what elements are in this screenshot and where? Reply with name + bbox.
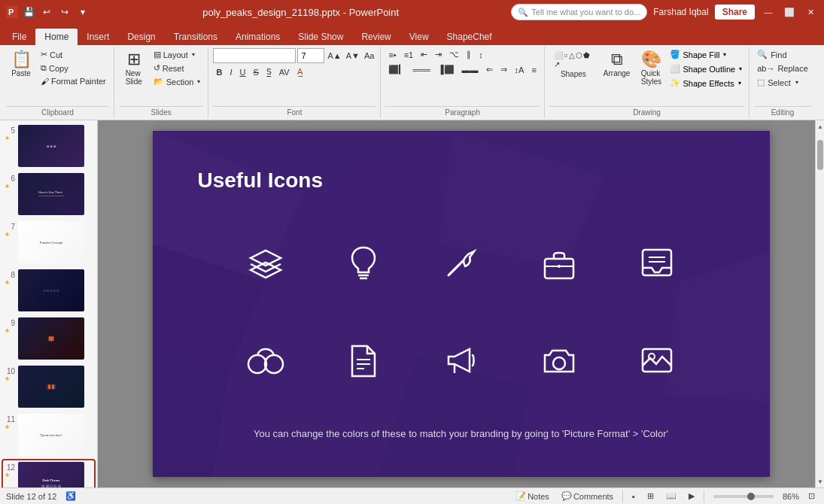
section-button[interactable]: 📂 Section ▾ [151, 75, 204, 88]
justify-button[interactable]: ▬▬ [459, 64, 482, 76]
cut-button[interactable]: ✂ Cut [38, 48, 109, 61]
quick-styles-button[interactable]: 🎨 QuickStyles [636, 48, 666, 89]
save-button[interactable]: 💾 [21, 5, 36, 20]
slide-number-8: 8 [5, 271, 15, 279]
scroll-up-button[interactable]: ▲ [816, 120, 824, 132]
increase-font-button[interactable]: A▲ [326, 51, 342, 60]
font-color-button[interactable]: A̲ [294, 65, 306, 78]
align-center-button[interactable]: ═══ [409, 64, 433, 76]
tab-home[interactable]: Home [35, 29, 78, 45]
slide-thumb-8[interactable]: 8 ★ ○ ○ ○ ○ ○ [3, 268, 94, 313]
numbering-button[interactable]: ≡1 [401, 49, 417, 61]
clipboard-col: ✂ Cut ⧉ Copy 🖌 Format Painter [38, 48, 109, 87]
fit-slide-button[interactable]: ⊡ [805, 491, 818, 501]
close-button[interactable]: ✕ [803, 5, 818, 20]
share-button[interactable]: Share [715, 5, 755, 20]
vertical-scrollbar[interactable]: ▲ ▼ [815, 120, 824, 487]
slide-canvas[interactable]: Useful Icons [153, 131, 770, 477]
font-size-input[interactable]: 7 [297, 48, 324, 63]
tab-file[interactable]: File [3, 29, 35, 45]
reset-button[interactable]: ↺ Reset [151, 62, 204, 74]
reading-view-button[interactable]: 📖 [663, 491, 680, 501]
slide-thumb-12[interactable]: 12 ★ Dark Theme ⊞ ⊠ ⊡ ⊟ ⊞ [3, 460, 94, 487]
bullets-button[interactable]: ≡• [385, 49, 399, 61]
slide-thumb-7[interactable]: 7 ★ Practice Concept [3, 220, 94, 265]
normal-view-button[interactable]: ▪ [629, 492, 638, 501]
slide-thumb-11[interactable]: 11 ★ "Quote text here" [3, 412, 94, 457]
paste-button[interactable]: 📋 Paste [6, 48, 36, 80]
arrange-button[interactable]: ⧉ Arrange [599, 48, 635, 80]
undo-button[interactable]: ↩ [39, 5, 54, 20]
decrease-indent-button[interactable]: ⇤ [418, 48, 430, 61]
slide-thumb-5[interactable]: 5 ★ ■ ■ ■ [3, 123, 94, 169]
shape-outline-button[interactable]: ⬜ Shape Outline ▾ [667, 62, 744, 75]
shadow-button[interactable]: S̲ [263, 65, 275, 78]
notes-button[interactable]: 📝 Notes [512, 491, 552, 501]
align-text-button[interactable]: ≡ [528, 64, 539, 76]
font-name-input[interactable] [213, 48, 296, 63]
increase-indent-button[interactable]: ⇥ [432, 48, 445, 61]
tab-insert[interactable]: Insert [78, 29, 118, 45]
align-left-button[interactable]: ⬛▎ [385, 63, 408, 76]
line-spacing-button[interactable]: ↕ [476, 49, 486, 61]
tab-review[interactable]: Review [352, 29, 400, 45]
slide-thumb-9[interactable]: 9 ★ ▐█▌ [3, 316, 94, 361]
char-spacing-button[interactable]: AV [276, 66, 293, 78]
drawing-group: ⬜○△ ⬡⬟↗ Shapes ⧉ Arrange 🎨 QuickStyles 🪣… [546, 47, 750, 118]
tab-slideshow[interactable]: Slide Show [289, 29, 352, 45]
tab-transitions[interactable]: Transitions [165, 29, 227, 45]
format-painter-button[interactable]: 🖌 Format Painter [38, 75, 109, 87]
tab-animations[interactable]: Animations [227, 29, 289, 45]
layout-icon: ▤ [154, 50, 161, 59]
text-direction-button[interactable]: ↕A [512, 64, 528, 76]
tab-design[interactable]: Design [118, 29, 164, 45]
replace-button[interactable]: ab→ Replace [754, 62, 811, 74]
slide-star-5: ★ [5, 135, 15, 141]
shape-effects-button[interactable]: ✨ Shape Effects ▾ [667, 77, 744, 90]
underline-button[interactable]: U [236, 66, 248, 78]
tab-shapechef[interactable]: ShapeChef [438, 29, 501, 45]
select-button[interactable]: ⬚ Select ▾ [754, 76, 801, 89]
shape-fill-button[interactable]: 🪣 Shape Fill ▾ [667, 48, 744, 61]
scroll-thumb[interactable] [817, 140, 823, 170]
customize-qat-button[interactable]: ▾ [75, 5, 90, 20]
find-button[interactable]: 🔍 Find [754, 48, 789, 61]
bold-button[interactable]: B [213, 66, 225, 78]
replace-icon: ab→ [757, 64, 774, 73]
notes-label: Notes [528, 492, 549, 501]
shapes-button[interactable]: ⬜○△ ⬡⬟↗ Shapes [549, 48, 597, 81]
slide-panel[interactable]: 5 ★ ■ ■ ■ 6 ★ How to Use Them───────────… [0, 120, 98, 487]
rtl-button[interactable]: ⇐ [483, 63, 496, 76]
slideshow-button[interactable]: ▶ [686, 491, 698, 501]
paste-icon: 📋 [11, 51, 32, 68]
find-label: Find [771, 50, 786, 59]
tell-me-input[interactable]: 🔍 Tell me what you want to do... [511, 4, 647, 20]
slide-thumb-10[interactable]: 10 ★ │█ █│ [3, 364, 94, 409]
accessibility-button[interactable]: ♿ [62, 491, 79, 501]
restore-button[interactable]: ⬜ [782, 5, 797, 20]
ltr-button[interactable]: ⇒ [497, 63, 510, 76]
new-slide-button[interactable]: ⊞ NewSlide [119, 48, 149, 89]
copy-button[interactable]: ⧉ Copy [38, 62, 109, 74]
clear-formatting-button[interactable]: Aa [363, 51, 376, 60]
tab-view[interactable]: View [400, 29, 438, 45]
zoom-thumb[interactable] [747, 493, 755, 500]
slide-sorter-button[interactable]: ⊞ [644, 491, 657, 501]
scroll-track[interactable] [816, 132, 824, 475]
scroll-down-button[interactable]: ▼ [816, 475, 824, 487]
slide-thumb-6[interactable]: 6 ★ How to Use Them──────────── [3, 172, 94, 217]
minimize-button[interactable]: — [761, 5, 776, 20]
italic-button[interactable]: I [227, 66, 235, 78]
comments-button[interactable]: 💬 Comments [558, 491, 616, 501]
smart-art-button[interactable]: ⌥ [446, 48, 462, 61]
decrease-font-button[interactable]: A▼ [345, 51, 361, 60]
copy-icon: ⧉ [41, 63, 47, 73]
redo-button[interactable]: ↪ [57, 5, 72, 20]
columns-button[interactable]: ∥ [464, 48, 474, 61]
zoom-slider[interactable] [713, 495, 774, 498]
status-divider [622, 490, 623, 502]
strikethrough-button[interactable]: S [250, 66, 261, 78]
layout-button[interactable]: ▤ Layout ▾ [151, 48, 204, 61]
shape-fill-label: Shape Fill [683, 50, 719, 59]
align-right-button[interactable]: ▐⬛ [435, 63, 458, 76]
